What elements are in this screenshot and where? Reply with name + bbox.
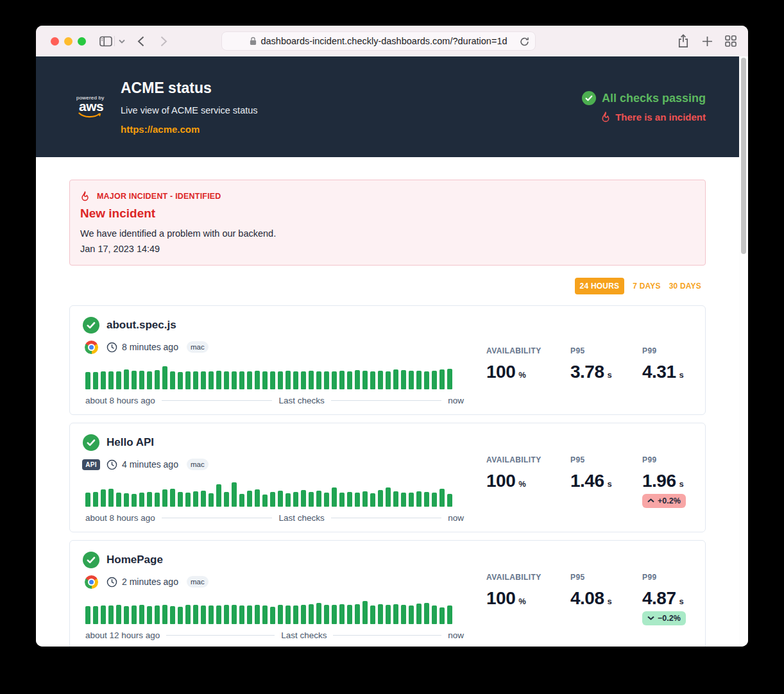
check-card-about-spec-js[interactable]: about.spec.js 8 minutes ago mac [69,305,706,415]
status-bar [301,490,306,507]
chrome-browser-icon [85,341,98,354]
status-bar [270,607,275,624]
zoom-window-button[interactable] [78,37,86,46]
status-bar [393,369,398,389]
check-card-hello-api[interactable]: Hello API API 4 minutes ago mac [69,423,706,532]
status-bar [193,491,198,507]
status-bar [316,603,321,624]
trend-badge-down: −0.2% [642,611,686,625]
status-bar [386,371,391,389]
status-bar [386,605,391,624]
page-subtitle: Live view of ACME service status [121,105,258,115]
incident-severity-label: MAJOR INCIDENT - IDENTIFIED [97,192,221,201]
status-bar [278,371,283,389]
status-bar [347,605,352,624]
tab-overview-icon[interactable] [725,26,737,56]
tab-7-days[interactable]: 7 DAYS [633,282,660,291]
page-title: ACME status [121,80,258,97]
status-bar [324,605,329,624]
location-badge: mac [187,576,209,588]
status-bar [85,493,90,507]
flame-icon [601,111,611,123]
all-checks-passing-status: All checks passing [582,91,706,105]
status-bar [416,371,422,389]
status-bar [355,493,360,507]
axis-line [331,518,442,518]
status-bar [447,369,452,389]
last-run-time: 4 minutes ago [122,459,178,470]
status-bar [132,371,137,389]
close-window-button[interactable] [51,37,59,46]
status-bar [170,606,175,624]
status-bar [309,492,314,507]
minimize-window-button[interactable] [64,37,72,46]
axis-line [162,518,273,518]
axis-mid-label: Last checks [278,513,324,523]
address-bar[interactable]: dashboards-incident.checkly-dashboards.c… [221,31,536,51]
status-bar [155,370,160,389]
acme-link[interactable]: https://acme.com [121,124,258,135]
status-bar [93,492,98,507]
browser-toolbar: dashboards-incident.checkly-dashboards.c… [36,26,748,56]
axis-line [331,400,442,401]
status-bar [332,371,337,389]
status-bar [401,605,406,624]
status-bar [439,369,445,389]
incident-status-link[interactable]: There is an incident [582,111,706,123]
status-bar [239,494,244,507]
status-bar [447,494,452,507]
chevron-up-icon [647,498,654,503]
chrome-browser-icon [85,575,98,589]
forward-button[interactable] [160,26,167,56]
url-text: dashboards-incident.checkly-dashboards.c… [260,36,507,46]
back-button[interactable] [137,26,144,56]
status-bar [232,605,237,624]
status-bar [378,604,383,624]
status-bar [370,371,375,389]
status-bar [139,371,144,389]
chevron-down-icon[interactable] [119,26,125,56]
axis-start-label: about 8 hours ago [85,396,155,405]
tab-24-hours[interactable]: 24 HOURS [575,278,625,294]
incident-banner: MAJOR INCIDENT - IDENTIFIED New incident… [69,180,706,266]
status-bar [247,491,252,507]
status-bar [124,606,129,624]
window-controls[interactable] [51,37,86,46]
status-bar [201,605,206,624]
sidebar-icon[interactable] [99,26,112,56]
status-bar [209,493,214,507]
status-bar [178,492,183,507]
status-bar [309,371,314,389]
tab-30-days[interactable]: 30 DAYS [669,282,701,291]
status-bar [139,493,144,507]
status-bar [147,492,152,507]
api-check-badge: API [82,459,100,470]
status-bar [93,606,98,624]
last-run-time: 2 minutes ago [122,577,178,587]
status-bar [170,371,175,389]
status-bar-chart [85,596,464,624]
scrollbar[interactable] [739,56,748,647]
status-bar [201,371,206,389]
status-bar [409,493,414,507]
axis-line [166,635,275,636]
status-bar [393,604,398,624]
status-bar [424,603,429,624]
location-badge: mac [187,459,209,470]
status-bar [432,605,437,624]
new-tab-icon[interactable] [702,26,713,56]
scrollbar-thumb[interactable] [741,58,746,254]
status-bar [362,601,368,624]
status-bar [324,493,329,507]
availability-metric: AVAILABILITY 100% [486,573,570,609]
check-passing-icon [83,317,99,334]
reload-icon[interactable] [520,37,529,47]
status-bar [347,492,352,507]
p95-metric: P95 1.46s [570,455,642,491]
share-icon[interactable] [677,26,689,56]
status-bar [262,371,268,389]
status-bar [309,604,314,624]
check-card-homepage[interactable]: HomePage 2 minutes ago mac abou [69,540,706,647]
status-bar [101,605,106,624]
status-bar [316,371,321,389]
